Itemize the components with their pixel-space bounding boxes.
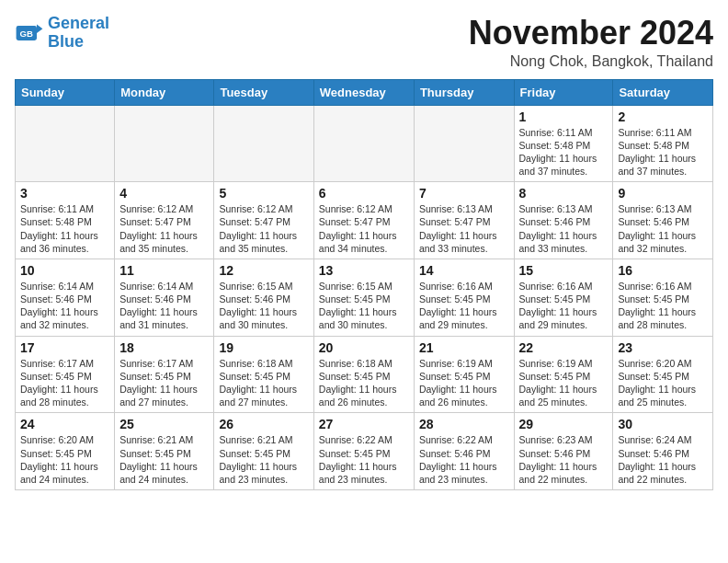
day-number: 7 bbox=[419, 186, 509, 201]
day-number: 17 bbox=[20, 340, 109, 355]
cell-info: Sunrise: 6:13 AMSunset: 5:47 PMDaylight:… bbox=[419, 202, 509, 255]
cell-info: Sunrise: 6:20 AMSunset: 5:45 PMDaylight:… bbox=[20, 433, 109, 486]
cell-info: Sunrise: 6:21 AMSunset: 5:45 PMDaylight:… bbox=[119, 433, 209, 486]
day-number: 4 bbox=[119, 186, 209, 201]
week-row-2: 3Sunrise: 6:11 AMSunset: 5:48 PMDaylight… bbox=[16, 182, 713, 259]
day-number: 8 bbox=[519, 186, 609, 201]
calendar-cell: 5Sunrise: 6:12 AMSunset: 5:47 PMDaylight… bbox=[214, 182, 313, 259]
day-number: 20 bbox=[319, 340, 409, 355]
weekday-header-sunday: Sunday bbox=[16, 79, 115, 105]
day-number: 22 bbox=[519, 340, 609, 355]
cell-info: Sunrise: 6:13 AMSunset: 5:46 PMDaylight:… bbox=[519, 202, 609, 255]
weekday-header-tuesday: Tuesday bbox=[214, 79, 313, 105]
calendar-cell: 21Sunrise: 6:19 AMSunset: 5:45 PMDayligh… bbox=[414, 336, 514, 413]
cell-info: Sunrise: 6:24 AMSunset: 5:46 PMDaylight:… bbox=[618, 433, 708, 486]
day-number: 13 bbox=[319, 263, 409, 278]
cell-info: Sunrise: 6:15 AMSunset: 5:46 PMDaylight:… bbox=[219, 280, 308, 332]
week-row-5: 24Sunrise: 6:20 AMSunset: 5:45 PMDayligh… bbox=[16, 413, 713, 490]
cell-info: Sunrise: 6:12 AMSunset: 5:47 PMDaylight:… bbox=[219, 202, 308, 255]
cell-info: Sunrise: 6:13 AMSunset: 5:46 PMDaylight:… bbox=[618, 202, 708, 255]
cell-info: Sunrise: 6:11 AMSunset: 5:48 PMDaylight:… bbox=[519, 126, 609, 178]
calendar-cell: 9Sunrise: 6:13 AMSunset: 5:46 PMDaylight… bbox=[613, 182, 713, 259]
calendar-cell: 10Sunrise: 6:14 AMSunset: 5:46 PMDayligh… bbox=[16, 259, 115, 336]
day-number: 16 bbox=[618, 263, 708, 278]
day-number: 5 bbox=[219, 186, 308, 201]
day-number: 15 bbox=[519, 263, 609, 278]
week-row-4: 17Sunrise: 6:17 AMSunset: 5:45 PMDayligh… bbox=[16, 336, 713, 413]
day-number: 24 bbox=[20, 417, 109, 431]
calendar-cell: 22Sunrise: 6:19 AMSunset: 5:45 PMDayligh… bbox=[514, 336, 613, 413]
title-block: November 2024 Nong Chok, Bangkok, Thaila… bbox=[469, 15, 713, 70]
calendar-cell: 8Sunrise: 6:13 AMSunset: 5:46 PMDaylight… bbox=[514, 182, 613, 259]
weekday-header-monday: Monday bbox=[115, 79, 214, 105]
logo-icon: GB bbox=[15, 18, 44, 48]
cell-info: Sunrise: 6:11 AMSunset: 5:48 PMDaylight:… bbox=[618, 126, 708, 178]
cell-info: Sunrise: 6:12 AMSunset: 5:47 PMDaylight:… bbox=[119, 202, 209, 255]
calendar-cell: 15Sunrise: 6:16 AMSunset: 5:45 PMDayligh… bbox=[514, 259, 613, 336]
cell-info: Sunrise: 6:18 AMSunset: 5:45 PMDaylight:… bbox=[319, 357, 409, 409]
day-number: 9 bbox=[618, 186, 708, 201]
day-number: 28 bbox=[419, 417, 509, 431]
day-number: 27 bbox=[319, 417, 409, 431]
day-number: 10 bbox=[20, 263, 109, 278]
calendar-cell: 4Sunrise: 6:12 AMSunset: 5:47 PMDaylight… bbox=[115, 182, 214, 259]
calendar-cell: 6Sunrise: 6:12 AMSunset: 5:47 PMDaylight… bbox=[313, 182, 414, 259]
calendar-cell: 7Sunrise: 6:13 AMSunset: 5:47 PMDaylight… bbox=[414, 182, 514, 259]
cell-info: Sunrise: 6:22 AMSunset: 5:46 PMDaylight:… bbox=[419, 433, 509, 486]
weekday-header-friday: Friday bbox=[514, 79, 613, 105]
calendar-cell: 1Sunrise: 6:11 AMSunset: 5:48 PMDaylight… bbox=[514, 105, 613, 182]
cell-info: Sunrise: 6:21 AMSunset: 5:45 PMDaylight:… bbox=[219, 433, 308, 486]
cell-info: Sunrise: 6:23 AMSunset: 5:46 PMDaylight:… bbox=[519, 433, 609, 486]
cell-info: Sunrise: 6:19 AMSunset: 5:45 PMDaylight:… bbox=[419, 357, 509, 409]
cell-info: Sunrise: 6:22 AMSunset: 5:45 PMDaylight:… bbox=[319, 433, 409, 486]
calendar-cell: 20Sunrise: 6:18 AMSunset: 5:45 PMDayligh… bbox=[313, 336, 414, 413]
calendar-cell: 29Sunrise: 6:23 AMSunset: 5:46 PMDayligh… bbox=[514, 413, 613, 490]
cell-info: Sunrise: 6:11 AMSunset: 5:48 PMDaylight:… bbox=[20, 202, 109, 255]
weekday-header-saturday: Saturday bbox=[613, 79, 713, 105]
cell-info: Sunrise: 6:16 AMSunset: 5:45 PMDaylight:… bbox=[419, 280, 509, 332]
week-row-1: 1Sunrise: 6:11 AMSunset: 5:48 PMDaylight… bbox=[16, 105, 713, 182]
calendar-table: SundayMondayTuesdayWednesdayThursdayFrid… bbox=[15, 79, 713, 490]
weekday-header-wednesday: Wednesday bbox=[313, 79, 414, 105]
svg-text:GB: GB bbox=[20, 29, 33, 39]
day-number: 26 bbox=[219, 417, 308, 431]
calendar-header-row: SundayMondayTuesdayWednesdayThursdayFrid… bbox=[16, 79, 713, 105]
day-number: 11 bbox=[119, 263, 209, 278]
cell-info: Sunrise: 6:17 AMSunset: 5:45 PMDaylight:… bbox=[119, 357, 209, 409]
calendar-cell: 17Sunrise: 6:17 AMSunset: 5:45 PMDayligh… bbox=[16, 336, 115, 413]
calendar-cell: 2Sunrise: 6:11 AMSunset: 5:48 PMDaylight… bbox=[613, 105, 713, 182]
logo: GB General Blue bbox=[15, 15, 109, 52]
day-number: 18 bbox=[119, 340, 209, 355]
calendar-cell: 19Sunrise: 6:18 AMSunset: 5:45 PMDayligh… bbox=[214, 336, 313, 413]
calendar-cell: 3Sunrise: 6:11 AMSunset: 5:48 PMDaylight… bbox=[16, 182, 115, 259]
calendar-cell bbox=[214, 105, 313, 182]
page-header: GB General Blue November 2024 Nong Chok,… bbox=[15, 15, 713, 70]
calendar-cell: 23Sunrise: 6:20 AMSunset: 5:45 PMDayligh… bbox=[613, 336, 713, 413]
calendar-cell: 11Sunrise: 6:14 AMSunset: 5:46 PMDayligh… bbox=[115, 259, 214, 336]
calendar-cell: 27Sunrise: 6:22 AMSunset: 5:45 PMDayligh… bbox=[313, 413, 414, 490]
day-number: 2 bbox=[618, 109, 708, 124]
day-number: 14 bbox=[419, 263, 509, 278]
day-number: 29 bbox=[519, 417, 609, 431]
cell-info: Sunrise: 6:20 AMSunset: 5:45 PMDaylight:… bbox=[618, 357, 708, 409]
week-row-3: 10Sunrise: 6:14 AMSunset: 5:46 PMDayligh… bbox=[16, 259, 713, 336]
cell-info: Sunrise: 6:14 AMSunset: 5:46 PMDaylight:… bbox=[119, 280, 209, 332]
day-number: 19 bbox=[219, 340, 308, 355]
logo-general: General bbox=[48, 14, 109, 32]
calendar-cell: 13Sunrise: 6:15 AMSunset: 5:45 PMDayligh… bbox=[313, 259, 414, 336]
cell-info: Sunrise: 6:16 AMSunset: 5:45 PMDaylight:… bbox=[618, 280, 708, 332]
cell-info: Sunrise: 6:14 AMSunset: 5:46 PMDaylight:… bbox=[20, 280, 109, 332]
cell-info: Sunrise: 6:18 AMSunset: 5:45 PMDaylight:… bbox=[219, 357, 308, 409]
calendar-cell: 14Sunrise: 6:16 AMSunset: 5:45 PMDayligh… bbox=[414, 259, 514, 336]
calendar-cell: 16Sunrise: 6:16 AMSunset: 5:45 PMDayligh… bbox=[613, 259, 713, 336]
day-number: 25 bbox=[119, 417, 209, 431]
day-number: 30 bbox=[618, 417, 708, 431]
cell-info: Sunrise: 6:17 AMSunset: 5:45 PMDaylight:… bbox=[20, 357, 109, 409]
cell-info: Sunrise: 6:19 AMSunset: 5:45 PMDaylight:… bbox=[519, 357, 609, 409]
day-number: 12 bbox=[219, 263, 308, 278]
calendar-cell: 28Sunrise: 6:22 AMSunset: 5:46 PMDayligh… bbox=[414, 413, 514, 490]
day-number: 23 bbox=[618, 340, 708, 355]
month-title: November 2024 bbox=[469, 15, 713, 52]
calendar-cell: 24Sunrise: 6:20 AMSunset: 5:45 PMDayligh… bbox=[16, 413, 115, 490]
cell-info: Sunrise: 6:15 AMSunset: 5:45 PMDaylight:… bbox=[319, 280, 409, 332]
